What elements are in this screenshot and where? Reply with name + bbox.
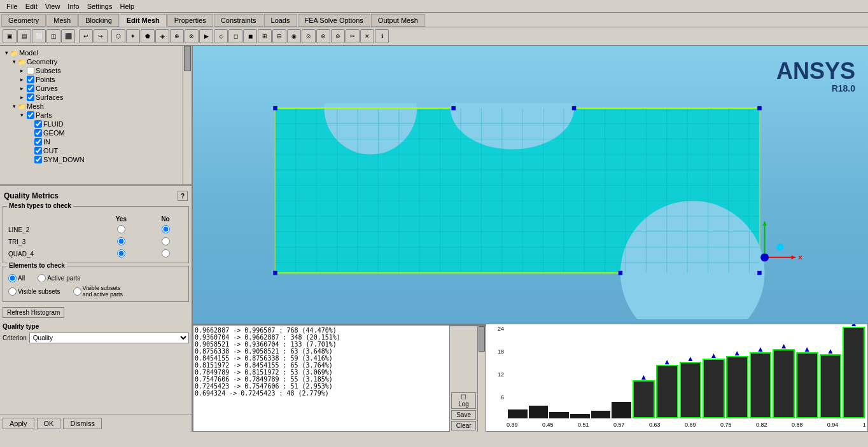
tb-delete[interactable]: ⊗ [185,29,199,43]
bar-8[interactable]: ▲ [680,362,702,418]
tab-loads[interactable]: Loads [264,14,297,27]
tab-fea-solve[interactable]: FEA Solve Options [298,14,370,27]
tree-node-out[interactable]: OUT [3,146,189,155]
ok-button[interactable]: OK [37,418,61,429]
checkbox-subsets[interactable] [27,67,34,74]
tab-edit-mesh[interactable]: Edit Mesh [120,14,167,27]
tb-split[interactable]: ⬟ [141,29,155,43]
tb-edge[interactable]: ◇ [214,29,228,43]
checkbox-fluid[interactable] [34,120,42,128]
log-scrollbar-thumb[interactable] [479,326,485,352]
tree-node-model[interactable]: ▾ 📁 Model [3,48,189,57]
bar-1[interactable] [529,406,549,418]
checkbox-parts[interactable] [27,111,34,119]
tb-redo[interactable]: ↪ [94,29,108,43]
bar-2[interactable] [549,412,569,418]
bar-7[interactable]: ▲ [656,365,678,418]
checkbox-geom[interactable] [34,129,42,137]
bar-11[interactable]: ▲ [750,352,772,418]
tb-info[interactable]: ℹ [375,29,389,43]
tb-btn-4[interactable]: ◫ [46,29,60,43]
cell-tri3-yes[interactable] [97,236,146,248]
tb-move[interactable]: ⊕ [170,29,184,43]
checkbox-out[interactable] [34,147,42,155]
quality-metrics-help[interactable]: ? [178,191,188,201]
tab-output-mesh[interactable]: Output Mesh [371,14,425,27]
menu-view[interactable]: View [41,2,64,11]
tb-check[interactable]: ✦ [126,29,140,43]
log-scrollbar[interactable] [477,325,486,432]
bar-0[interactable] [508,409,528,418]
checkbox-points[interactable] [27,76,34,83]
radio-visible-subsets[interactable]: Visible subsets [8,285,60,298]
tree-scrollbar[interactable] [183,46,192,184]
bar-5[interactable] [612,402,631,418]
tree-node-in[interactable]: IN [3,137,189,146]
save-button[interactable]: Save [451,410,476,420]
tb-move2[interactable]: ⊙ [302,29,316,43]
cell-quad4-yes[interactable] [97,248,146,260]
tree-scrollbar-thumb[interactable] [184,46,191,71]
tree-node-fluid[interactable]: FLUID [3,120,189,128]
tb-btn-3[interactable]: ⬜ [32,29,46,43]
tree-node-surfaces[interactable]: ▸ Surfaces [3,93,189,102]
tb-select[interactable]: ▶ [199,29,213,43]
radio-visible-subsets-active[interactable]: Visible subsetsand active parts [73,285,123,298]
menu-settings[interactable]: Settings [83,2,116,11]
refresh-histogram-button[interactable]: Refresh Histogram [3,307,64,318]
checkbox-surfaces[interactable] [27,93,34,101]
tb-node[interactable]: ◉ [287,29,301,43]
tab-blocking[interactable]: Blocking [78,14,119,27]
tab-geometry[interactable]: Geometry [1,14,46,27]
tree-node-subsets[interactable]: ▸ Subsets [3,66,189,75]
menu-help[interactable]: Help [116,2,138,11]
bar-4[interactable] [591,411,611,418]
tree-node-parts[interactable]: ▾ Parts [3,111,189,120]
tb-quality[interactable]: ✂ [346,29,360,43]
tb-smooth[interactable]: ⬡ [111,29,125,43]
checkbox-in[interactable] [34,138,42,146]
tb-face[interactable]: ◻ [228,29,242,43]
log-checkbox[interactable]: ☐ Log [451,392,476,409]
tab-properties[interactable]: Properties [167,14,213,27]
cell-tri3-no[interactable] [145,236,186,248]
bar-15[interactable]: ▲ [843,327,865,418]
cell-line2-no[interactable] [145,224,186,236]
checkbox-sym-down[interactable] [34,156,42,163]
tb-btn-2[interactable]: ▤ [17,29,31,43]
cell-line2-yes[interactable] [97,224,146,236]
tree-node-points[interactable]: ▸ Points [3,75,189,84]
tb-diag[interactable]: ✕ [360,29,374,43]
tb-btn-5[interactable]: ⬛ [61,29,75,43]
apply-button[interactable]: Apply [3,418,34,429]
tb-refine[interactable]: ⊞ [258,29,272,43]
tree-node-curves[interactable]: ▸ Curves [3,84,189,93]
bar-14[interactable]: ▲ [820,354,842,418]
checkbox-curves[interactable] [27,85,34,92]
tb-merge[interactable]: ◈ [155,29,169,43]
tree-node-sym-down[interactable]: SYM_DOWN [3,155,189,164]
menu-file[interactable]: File [3,2,22,11]
tab-constraints[interactable]: Constraints [214,14,263,27]
bar-10[interactable]: ▲ [726,356,748,418]
bar-6[interactable]: ▲ [633,380,655,418]
tb-coarsen[interactable]: ⊟ [272,29,286,43]
bar-3[interactable] [570,414,590,418]
radio-active-parts[interactable]: Active parts [38,274,80,282]
menu-info[interactable]: Info [64,2,83,11]
cell-quad4-no[interactable] [145,248,186,260]
menu-edit[interactable]: Edit [22,2,41,11]
clear-button[interactable]: Clear [451,421,476,430]
tb-btn-1[interactable]: ▣ [3,29,17,43]
tree-node-mesh[interactable]: ▾ 📁 Mesh [3,102,189,111]
tree-node-geom[interactable]: GEOM [3,128,189,137]
radio-all[interactable]: All [8,274,25,282]
tb-proj[interactable]: ⊜ [331,29,345,43]
bar-13[interactable]: ▲ [796,352,818,418]
bar-12[interactable]: ▲ [773,349,795,418]
dismiss-button[interactable]: Dismiss [63,418,102,429]
tb-undo[interactable]: ↩ [79,29,93,43]
criterion-select[interactable]: Quality Aspect Ratio Skewness Determinan… [29,333,189,343]
tree-node-geometry[interactable]: ▾ 📁 Geometry [3,57,189,66]
tb-snap[interactable]: ⊛ [316,29,330,43]
